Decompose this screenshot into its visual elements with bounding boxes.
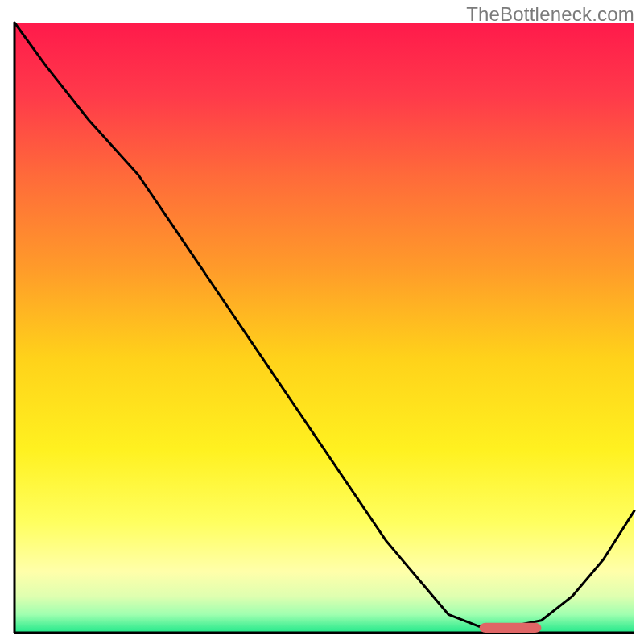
- chart-stage: TheBottleneck.com: [0, 0, 644, 644]
- watermark-text: TheBottleneck.com: [466, 3, 634, 26]
- optimal-range-marker: [480, 623, 542, 633]
- bottleneck-chart: [0, 0, 644, 644]
- plot-background: [14, 23, 634, 633]
